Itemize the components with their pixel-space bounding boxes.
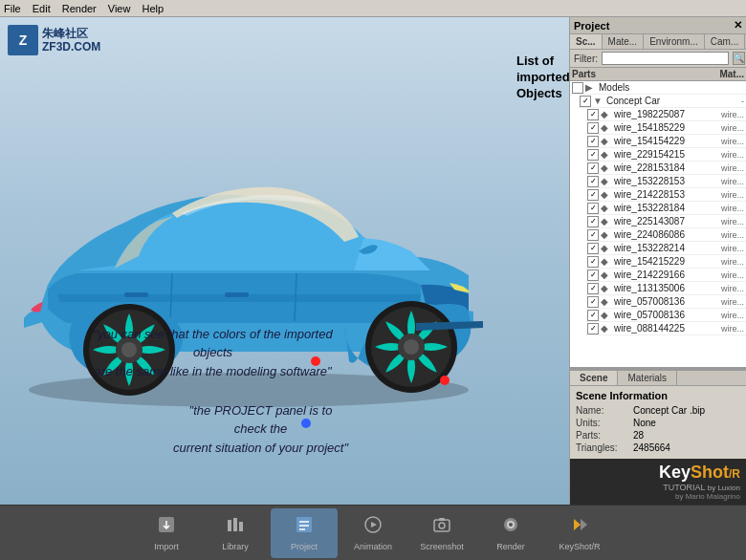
import-icon: [156, 514, 177, 540]
render-icon: [500, 514, 521, 540]
viewport: Z 朱峰社区 ZF3D.COM List of imported Objects: [0, 17, 569, 505]
panel-close-icon[interactable]: ✕: [734, 19, 742, 32]
list-item[interactable]: ▶ Models: [570, 81, 746, 95]
item-name: wire_153228153: [614, 176, 715, 186]
menu-help[interactable]: Help: [142, 3, 164, 14]
menu-file[interactable]: File: [4, 3, 21, 14]
triangles-value: 2485664: [633, 442, 670, 453]
folder-icon: ▶: [585, 82, 597, 93]
list-item[interactable]: ✓ ◆ wire_214228153 wire...: [585, 188, 746, 202]
menu-edit[interactable]: Edit: [33, 3, 51, 14]
checkbox[interactable]: ✓: [587, 109, 599, 120]
list-item[interactable]: ✓ ◆ wire_154154229 wire...: [585, 135, 746, 148]
toolbar-render[interactable]: Render: [477, 508, 544, 558]
list-item[interactable]: ✓ ◆ wire_154185229 wire...: [585, 121, 746, 135]
car-area: [0, 46, 569, 447]
checkbox[interactable]: ✓: [587, 296, 599, 308]
toolbar-screenshot[interactable]: Screenshot: [408, 508, 475, 558]
toolbar-import[interactable]: Import: [133, 508, 200, 558]
toolbar: Import Library Project: [0, 505, 746, 560]
item-name: wire_154154229: [614, 136, 715, 146]
checkbox[interactable]: ✓: [587, 283, 599, 294]
filter-input[interactable]: [602, 52, 729, 65]
tab-materials[interactable]: Materials: [618, 371, 677, 385]
keyshot-author: by Mario Malagrino: [675, 492, 740, 501]
toolbar-keyshot-r[interactable]: KeyShot/R: [546, 508, 613, 558]
scene-info-title: Scene Information: [576, 390, 740, 401]
tab-environ[interactable]: Environm...: [644, 34, 705, 49]
checkbox[interactable]: ✓: [587, 216, 599, 227]
checkbox[interactable]: ✓: [587, 136, 599, 147]
bottom-panel: Scene Materials Scene Information Name: …: [570, 371, 746, 459]
tab-mate[interactable]: Mate...: [603, 34, 645, 49]
list-item[interactable]: ✓ ◆ wire_153228184 wire...: [585, 202, 746, 215]
units-label: Units:: [576, 418, 633, 428]
info-row-name: Name: Concept Car .bip: [576, 405, 740, 416]
checkbox[interactable]: ✓: [587, 243, 599, 254]
item-name: Concept Car: [606, 96, 715, 106]
mesh-icon: ◆: [601, 136, 612, 146]
list-item[interactable]: ✓ ◆ wire_224086086 wire...: [585, 228, 746, 242]
item-mat: wire...: [715, 190, 744, 200]
mesh-icon: ◆: [601, 203, 612, 213]
svg-rect-23: [434, 520, 450, 531]
viewport-text-colors: "you can see that the colors of the impo…: [77, 325, 349, 381]
list-item[interactable]: ✓ ◆ wire_113135006 wire...: [585, 282, 746, 295]
toolbar-library[interactable]: Library: [202, 508, 269, 558]
item-name: wire_057008136: [614, 310, 715, 320]
checkbox[interactable]: ✓: [587, 203, 599, 214]
checkbox[interactable]: [572, 82, 583, 94]
units-value: None: [633, 418, 656, 428]
list-item[interactable]: ✓ ◆ wire_057008136 wire...: [585, 295, 746, 309]
checkbox[interactable]: ✓: [587, 256, 599, 268]
checkbox[interactable]: ✓: [587, 149, 599, 161]
list-item[interactable]: ✓ ◆ wire_153228214 wire...: [585, 242, 746, 255]
column-headers: Parts Mat...: [570, 68, 746, 81]
mesh-icon: ◆: [601, 229, 612, 240]
checkbox[interactable]: ✓: [587, 122, 599, 134]
list-item[interactable]: ✓ ◆ wire_214229166 wire...: [585, 269, 746, 282]
checkbox[interactable]: ✓: [587, 162, 599, 174]
item-mat: -: [715, 97, 744, 106]
tab-scene[interactable]: Scene: [570, 371, 618, 385]
mesh-icon: ◆: [601, 189, 612, 200]
list-item[interactable]: ✓ ◆ wire_088144225 wire...: [585, 322, 746, 335]
list-item[interactable]: ✓ ◆ wire_229154215 wire...: [585, 148, 746, 162]
tab-cam[interactable]: Cam...: [705, 34, 745, 49]
list-item[interactable]: ✓ ◆ wire_057008136 wire...: [585, 309, 746, 322]
menu-render[interactable]: Render: [62, 3, 97, 14]
checkbox[interactable]: ✓: [587, 310, 599, 321]
tab-sc[interactable]: Sc...: [570, 34, 603, 49]
parts-value: 28: [633, 430, 644, 441]
library-icon: [225, 514, 246, 540]
list-item[interactable]: ✓ ◆ wire_198225087 wire...: [585, 108, 746, 121]
col-parts-header: Parts: [572, 69, 715, 79]
checkbox[interactable]: ✓: [587, 176, 599, 187]
menu-view[interactable]: View: [108, 3, 131, 14]
list-item[interactable]: ✓ ◆ wire_228153184 wire...: [585, 162, 746, 175]
checkbox[interactable]: ✓: [587, 269, 599, 281]
animation-icon: [362, 514, 384, 540]
mesh-icon: ◆: [601, 149, 612, 160]
filter-button[interactable]: 🔍: [733, 52, 745, 65]
list-item[interactable]: ✓ ◆ wire_154215229 wire...: [585, 255, 746, 269]
checkbox[interactable]: ✓: [580, 96, 591, 107]
toolbar-project[interactable]: Project: [271, 508, 338, 558]
checkbox[interactable]: ✓: [587, 189, 599, 201]
item-name: wire_153228184: [614, 203, 715, 213]
list-item[interactable]: ✓ ◆ wire_153228153 wire...: [585, 175, 746, 188]
list-item[interactable]: ✓ ▼ Concept Car -: [578, 95, 746, 108]
list-item[interactable]: ✓ ◆ wire_225143087 wire...: [585, 215, 746, 228]
bottom-tabs: Scene Materials: [570, 371, 746, 386]
checkbox[interactable]: ✓: [587, 229, 599, 241]
folder-icon: ▼: [593, 96, 604, 106]
svg-point-12: [440, 376, 450, 385]
mesh-icon: ◆: [601, 256, 612, 267]
info-row-parts: Parts: 28: [576, 430, 740, 441]
render-label: Render: [496, 542, 525, 551]
toolbar-animation[interactable]: Animation: [340, 508, 406, 558]
checkbox[interactable]: ✓: [587, 323, 599, 334]
info-row-units: Units: None: [576, 418, 740, 428]
project-icon: [294, 514, 315, 540]
right-panel: Project ✕ Sc... Mate... Environm... Cam.…: [569, 17, 746, 505]
